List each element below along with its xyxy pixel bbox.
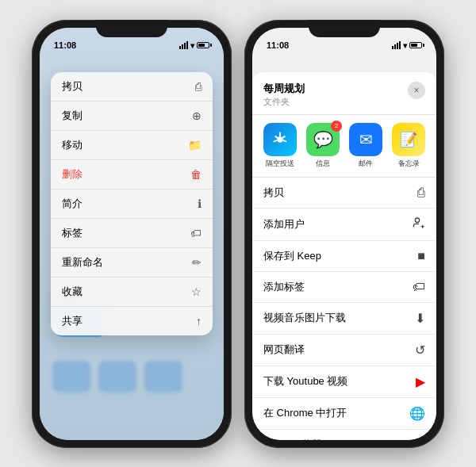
menu-item-move[interactable]: 移动 📁 [51, 131, 213, 160]
menu-label-move: 移动 [62, 138, 83, 152]
background-items [40, 361, 224, 392]
status-time-right: 11:08 [267, 40, 289, 50]
mail-symbol: ✉ [359, 130, 373, 149]
action-icon-copy: ⎙ [417, 186, 425, 200]
action-translate[interactable]: 网页翻译 ↺ [252, 335, 436, 366]
action-icon-add-user [413, 216, 425, 232]
menu-icon-tag: 🏷 [190, 227, 202, 239]
menu-icon-share: ↑ [196, 315, 202, 327]
menu-label-rename: 重新命名 [62, 255, 103, 270]
phone-right: 11:08 ▾ [244, 20, 444, 448]
action-label-add-tag: 添加标签 [263, 280, 305, 294]
notes-symbol: 📝 [400, 131, 417, 148]
battery-fill-right [411, 44, 417, 47]
action-list: 拷贝 ⎙ 添加用户 保存到 Keep [252, 178, 436, 440]
menu-icon-rename: ✏ [192, 256, 202, 269]
action-copy[interactable]: 拷贝 ⎙ [252, 178, 436, 209]
action-label-youtube: 下载 Youtube 视频 [263, 374, 347, 389]
action-youtube[interactable]: 下载 Youtube 视频 ▶ [252, 366, 436, 398]
mail-icon: ✉ [349, 123, 382, 156]
status-icons-left: ▾ [179, 41, 209, 50]
menu-item-duplicate[interactable]: 复制 ⊕ [51, 101, 213, 131]
close-icon: × [413, 85, 419, 96]
app-icon-messages[interactable]: 💬 2 信息 [302, 123, 344, 169]
menu-item-info[interactable]: 简介 ℹ [51, 189, 213, 219]
menu-icon-move: 📁 [188, 139, 202, 151]
action-label-keep: 保存到 Keep [263, 249, 321, 263]
mail-label: 邮件 [359, 159, 373, 169]
app-icons-row: 隔空投送 💬 2 信息 ✉ 邮件 [252, 115, 436, 178]
wifi-icon-right: ▾ [403, 41, 407, 50]
notes-label: 备忘录 [398, 159, 420, 169]
phone-left: 11:08 ▾ 拷贝 ⎙ 复制 [32, 20, 232, 448]
share-sheet: 每周规划 文件夹 × [252, 72, 436, 440]
action-icon-keep: ■ [417, 249, 425, 263]
action-icon-bilibili: ⊞ [415, 438, 425, 440]
action-label-chrome: 在 Chrome 中打开 [263, 406, 347, 420]
svg-point-1 [415, 218, 419, 222]
action-label-bilibili: bilibili 下载器 [263, 438, 322, 440]
action-label-download-media: 视频音乐图片下载 [263, 311, 346, 325]
messages-symbol: 💬 [313, 130, 333, 149]
notch-left [96, 20, 167, 37]
menu-label-tag: 标签 [62, 226, 83, 240]
messages-icon: 💬 2 [306, 123, 340, 156]
menu-item-tag[interactable]: 标签 🏷 [51, 219, 213, 248]
app-icon-airdrop[interactable]: 隔空投送 [259, 123, 301, 169]
messages-badge: 2 [331, 121, 342, 132]
action-label-translate: 网页翻译 [263, 343, 305, 357]
menu-item-share[interactable]: 共享 ↑ [51, 307, 213, 335]
menu-label-delete: 删除 [62, 167, 83, 182]
sheet-close-button[interactable]: × [408, 82, 425, 99]
airdrop-label: 隔空投送 [266, 159, 294, 169]
sheet-title-block: 每周规划 文件夹 [263, 82, 305, 108]
action-bilibili[interactable]: bilibili 下载器 ⊞ [252, 430, 436, 440]
action-download-media[interactable]: 视频音乐图片下载 ⬇ [252, 303, 436, 335]
app-icon-notes[interactable]: 📝 备忘录 [388, 123, 429, 169]
wifi-icon: ▾ [190, 41, 194, 50]
action-chrome[interactable]: 在 Chrome 中打开 🌐 [252, 398, 436, 430]
action-icon-translate: ↺ [415, 343, 425, 358]
menu-icon-delete: 🗑 [190, 168, 202, 181]
menu-icon-info: ℹ [198, 197, 202, 210]
menu-icon-duplicate: ⊕ [192, 109, 202, 122]
menu-item-favorite[interactable]: 收藏 ☆ [51, 278, 213, 307]
sheet-subtitle: 文件夹 [263, 96, 305, 108]
battery-icon [197, 42, 209, 48]
context-menu: 拷贝 ⎙ 复制 ⊕ 移动 📁 删除 🗑 简介 ℹ 标签 🏷 [51, 72, 213, 335]
notch-right [309, 20, 380, 37]
action-add-user[interactable]: 添加用户 [252, 209, 436, 241]
signal-icon [179, 41, 188, 49]
blur-folder-3 [144, 361, 182, 392]
battery-fill [198, 44, 205, 47]
action-icon-youtube: ▶ [416, 374, 425, 389]
app-icon-mail[interactable]: ✉ 邮件 [345, 123, 386, 169]
action-label-copy: 拷贝 [263, 186, 284, 200]
phone2-background: 11:08 ▾ [252, 28, 436, 440]
menu-item-rename[interactable]: 重新命名 ✏ [51, 248, 213, 278]
status-icons-right: ▾ [392, 41, 422, 50]
action-icon-add-tag: 🏷 [413, 280, 425, 294]
action-add-tag[interactable]: 添加标签 🏷 [252, 272, 436, 303]
status-time-left: 11:08 [54, 40, 76, 50]
menu-label-duplicate: 复制 [62, 109, 83, 123]
sheet-header: 每周规划 文件夹 × [252, 72, 436, 115]
action-keep[interactable]: 保存到 Keep ■ [252, 241, 436, 272]
airdrop-icon [263, 123, 297, 156]
sheet-title: 每周规划 [263, 82, 305, 96]
messages-label: 信息 [316, 159, 330, 169]
menu-icon-favorite: ☆ [191, 285, 202, 298]
notes-icon: 📝 [392, 123, 425, 156]
action-icon-chrome: 🌐 [409, 406, 425, 421]
menu-item-delete[interactable]: 删除 🗑 [51, 160, 213, 189]
battery-icon-right [409, 42, 422, 48]
menu-label-favorite: 收藏 [62, 285, 83, 299]
action-label-add-user: 添加用户 [263, 217, 305, 232]
menu-label-copy: 拷贝 [62, 79, 83, 94]
menu-item-copy[interactable]: 拷贝 ⎙ [51, 72, 213, 101]
blur-folder-1 [52, 361, 90, 392]
screen-left: 11:08 ▾ 拷贝 ⎙ 复制 [40, 28, 224, 440]
menu-icon-copy: ⎙ [195, 80, 202, 93]
menu-label-share: 共享 [62, 314, 83, 328]
menu-label-info: 简介 [62, 197, 83, 211]
